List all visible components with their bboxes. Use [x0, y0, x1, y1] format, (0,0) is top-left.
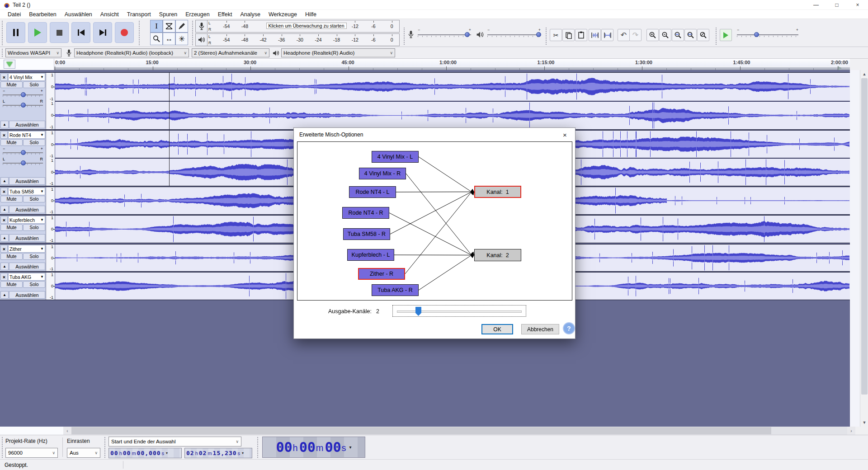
paste-button[interactable] — [575, 29, 587, 41]
menu-datei[interactable]: Datei — [4, 10, 25, 19]
selection-start-time[interactable]: 00h00m00,000s▾ — [108, 448, 182, 458]
mix-node-tuba-akg-r[interactable]: Tuba AKG - R — [372, 284, 419, 296]
selection-tool-button[interactable]: I — [150, 20, 163, 33]
track-close-button[interactable]: × — [0, 73, 8, 81]
collapse-button[interactable]: ▲ — [0, 121, 9, 128]
ok-button[interactable]: OK — [481, 324, 513, 334]
play-button[interactable] — [28, 22, 47, 43]
collapse-button[interactable]: ▲ — [0, 206, 9, 213]
play-meter-speaker-button[interactable] — [196, 34, 208, 46]
solo-button[interactable]: Solo — [23, 196, 45, 202]
recording-channels-select[interactable]: 2 (Stereo) Aufnahmekanäle∨ — [192, 48, 269, 57]
select-track-button[interactable]: Auswählen — [9, 177, 45, 185]
pan-slider[interactable]: LR — [3, 100, 43, 109]
envelope-tool-button[interactable] — [163, 20, 175, 33]
toolbar-grip[interactable] — [1, 48, 4, 57]
track-panel-4-vinyl-mix[interactable]: ×4 Vinyl Mix▼MuteSolo−+LR▲Auswählen — [0, 73, 46, 129]
toolbar-grip[interactable] — [192, 20, 194, 45]
gain-slider[interactable]: −+ — [3, 89, 43, 99]
track-panel-tuba-akg[interactable]: ×Tuba AKG▼MuteSolo▲Auswählen — [0, 273, 46, 300]
dialog-title-bar[interactable]: Erweiterte Misch-Optionen × — [294, 128, 575, 141]
toolbar-grip[interactable] — [1, 437, 4, 458]
time-format-arrow-icon[interactable]: ▾ — [242, 451, 244, 455]
toolbar-grip[interactable] — [257, 437, 259, 458]
mix-node-zither-r[interactable]: Zither - R — [358, 268, 405, 280]
mute-button[interactable]: Mute — [0, 196, 23, 202]
output-channel-2[interactable]: Kanal: 2 — [474, 249, 521, 261]
record-button[interactable] — [115, 22, 134, 43]
track-title-field[interactable]: 4 Vinyl Mix▼ — [8, 73, 45, 81]
toolbar-grip[interactable] — [715, 27, 717, 45]
timeline-scrub-strip[interactable] — [54, 66, 850, 70]
track-title-field[interactable]: Tuba AKG▼ — [8, 273, 45, 281]
horizontal-scroll-thumb[interactable] — [71, 427, 771, 434]
scroll-left-button[interactable]: ‹ — [63, 427, 71, 435]
menu-analyse[interactable]: Analyse — [236, 10, 264, 19]
collapse-button[interactable]: ▲ — [0, 177, 9, 185]
menu-hilfe[interactable]: Hilfe — [301, 10, 321, 19]
menu-werkzeuge[interactable]: Werkzeuge — [264, 10, 301, 19]
vertical-ruler[interactable]: 10-1 — [46, 244, 55, 271]
track-panel-tuba-sm58[interactable]: ×Tuba SM58▼MuteSolo▲Auswählen — [0, 187, 46, 214]
vertical-ruler[interactable]: 10-1 — [46, 273, 55, 300]
recording-volume-thumb[interactable] — [465, 32, 470, 37]
solo-button[interactable]: Solo — [23, 139, 45, 146]
select-track-button[interactable]: Auswählen — [9, 206, 45, 213]
track-close-button[interactable]: × — [0, 273, 8, 281]
skip-to-start-button[interactable] — [71, 22, 90, 43]
audio-host-select[interactable]: Windows WASAPI∨ — [5, 48, 61, 57]
mix-node-rode-nt4-r[interactable]: Rode NT4 - R — [342, 207, 389, 219]
menu-erzeugen[interactable]: Erzeugen — [181, 10, 214, 19]
vertical-ruler[interactable]: 10-1 — [46, 187, 55, 214]
mute-button[interactable]: Mute — [0, 224, 23, 231]
pause-button[interactable] — [6, 22, 25, 43]
menu-effekt[interactable]: Effekt — [214, 10, 236, 19]
track-panel-zither[interactable]: ×Zither▼MuteSolo▲Auswählen — [0, 244, 46, 271]
collapse-button[interactable]: ▲ — [0, 263, 9, 270]
pan-slider[interactable]: LR — [3, 158, 43, 167]
track-panel-kupferblech[interactable]: ×Kupferblech▼MuteSolo▲Auswählen — [0, 216, 46, 243]
select-track-button[interactable]: Auswählen — [9, 263, 45, 270]
vertical-ruler[interactable]: 10-110-1 — [46, 73, 55, 129]
track-close-button[interactable]: × — [0, 245, 8, 253]
zoom-tool-button[interactable] — [150, 33, 163, 45]
menu-spuren[interactable]: Spuren — [155, 10, 181, 19]
trim-audio-button[interactable] — [589, 29, 601, 41]
zoom-out-button[interactable] — [659, 29, 671, 41]
cancel-button[interactable]: Abbrechen — [521, 324, 559, 334]
waveform-canvas[interactable] — [55, 73, 849, 100]
menu-ausw-hlen[interactable]: Auswählen — [61, 10, 96, 19]
vertical-scrollbar[interactable]: ▲ ▼ — [860, 70, 868, 427]
scroll-right-button[interactable]: › — [847, 427, 855, 435]
zoom-in-button[interactable] — [646, 29, 659, 41]
menu-ansicht[interactable]: Ansicht — [96, 10, 123, 19]
solo-button[interactable]: Solo — [23, 281, 45, 288]
mute-button[interactable]: Mute — [0, 253, 23, 260]
skip-to-end-button[interactable] — [93, 22, 112, 43]
mix-node-tuba-sm58-r[interactable]: Tuba SM58 - R — [343, 228, 390, 240]
undo-button[interactable]: ↶ — [618, 29, 630, 41]
output-channels-slider[interactable] — [392, 305, 526, 317]
vertical-ruler[interactable]: 10-1 — [46, 216, 55, 243]
timeshift-tool-button[interactable]: ↔ — [163, 33, 175, 45]
redo-button[interactable]: ↷ — [629, 29, 642, 41]
mute-button[interactable]: Mute — [0, 81, 23, 88]
playback-volume-slider[interactable]: −+ — [487, 32, 541, 38]
track-close-button[interactable]: × — [0, 131, 8, 139]
slider-thumb[interactable] — [415, 307, 421, 316]
output-channel-1[interactable]: Kanal: 1 — [474, 186, 521, 198]
select-track-button[interactable]: Auswählen — [9, 291, 45, 299]
monitoring-message[interactable]: Klicken um Überwachung zu starten — [266, 23, 346, 29]
selection-range-mode-select[interactable]: Start und Ende der Auswahl∨ — [108, 437, 241, 446]
waveform-channel[interactable] — [55, 73, 850, 101]
mix-node-rode-nt4-l[interactable]: Rode NT4 - L — [349, 186, 396, 198]
gain-slider[interactable]: −+ — [3, 147, 43, 156]
mix-node-4-vinyl-mix-r[interactable]: 4 Vinyl Mix - R — [359, 168, 406, 179]
playback-volume-thumb[interactable] — [536, 32, 541, 37]
cut-button[interactable]: ✂ — [550, 29, 562, 41]
playback-device-select[interactable]: Headphone (Realtek(R) Audio)∨ — [281, 48, 395, 57]
scroll-down-button[interactable]: ▼ — [860, 418, 868, 427]
timeline-ruler[interactable]: 0:0015:0030:0045:001:00:001:15:001:30:00… — [54, 59, 850, 70]
mix-node-4-vinyl-mix-l[interactable]: 4 Vinyl Mix - L — [372, 151, 419, 163]
track-title-field[interactable]: Tuba SM58▼ — [8, 188, 45, 195]
